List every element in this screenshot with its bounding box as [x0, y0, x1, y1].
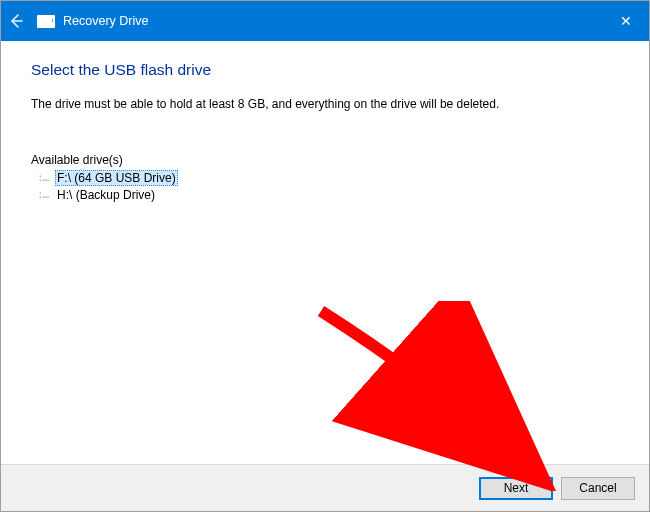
titlebar: Recovery Drive ✕ [1, 1, 649, 41]
next-button[interactable]: Next [479, 477, 553, 500]
back-button[interactable] [1, 1, 31, 41]
annotation-arrow-icon [311, 301, 571, 491]
drives-list: :… F:\ (64 GB USB Drive) :… H:\ (Backup … [37, 169, 619, 203]
back-arrow-icon [9, 14, 23, 28]
drive-item-label: H:\ (Backup Drive) [55, 188, 157, 202]
instruction-text: The drive must be able to hold at least … [31, 97, 619, 111]
drives-label: Available drive(s) [31, 153, 619, 167]
page-heading: Select the USB flash drive [31, 61, 619, 79]
content-area: Select the USB flash drive The drive mus… [1, 41, 649, 464]
tree-connector-icon: :… [37, 172, 55, 183]
tree-connector-icon: :… [37, 189, 55, 200]
drive-item-label: F:\ (64 GB USB Drive) [55, 170, 178, 186]
close-button[interactable]: ✕ [603, 1, 649, 41]
wizard-window: Recovery Drive ✕ Select the USB flash dr… [0, 0, 650, 512]
drive-item[interactable]: :… F:\ (64 GB USB Drive) [37, 169, 619, 186]
window-title: Recovery Drive [63, 14, 148, 28]
cancel-button[interactable]: Cancel [561, 477, 635, 500]
close-icon: ✕ [620, 13, 632, 29]
footer: Next Cancel [1, 464, 649, 511]
drive-icon [37, 15, 55, 28]
drive-item[interactable]: :… H:\ (Backup Drive) [37, 186, 619, 203]
